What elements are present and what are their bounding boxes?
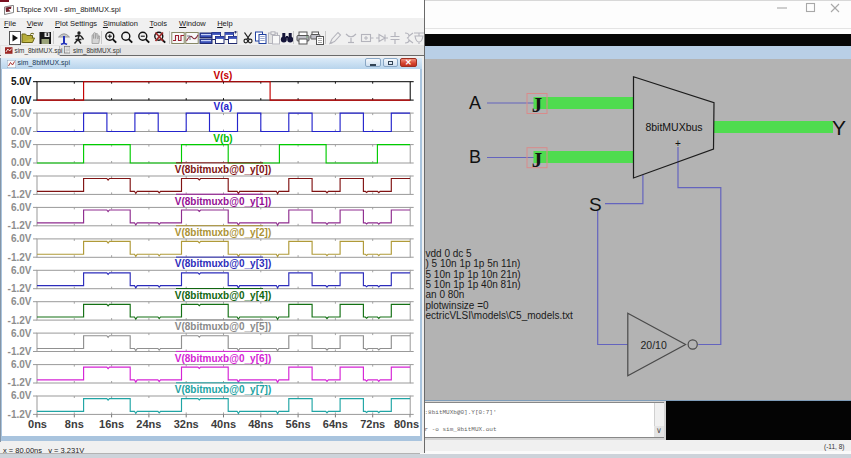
svg-text:V(s): V(s) <box>214 70 233 81</box>
svg-text:V(8bitmuxb@0_y[6]): V(8bitmuxb@0_y[6]) <box>175 353 271 364</box>
svg-text:V(8bitmuxb@0_y[2]): V(8bitmuxb@0_y[2]) <box>175 227 271 238</box>
svg-text:5 10n 1p 1p 10n 21n): 5 10n 1p 1p 10n 21n) <box>426 269 521 280</box>
svg-text:plotwinsize =0: plotwinsize =0 <box>426 300 490 311</box>
svg-text:20/10: 20/10 <box>641 339 667 351</box>
svg-text:0.0V: 0.0V <box>11 126 32 137</box>
svg-text:J: J <box>532 93 543 117</box>
svg-text:-1.2V: -1.2V <box>8 315 32 326</box>
svg-text:6.0V: 6.0V <box>11 390 32 401</box>
svg-text:V(8bitmuxb@0_y[1]): V(8bitmuxb@0_y[1]) <box>175 196 271 207</box>
svg-text:5 10n 1p 1p 40n 81n): 5 10n 1p 1p 40n 81n) <box>426 279 521 290</box>
svg-text:-1.2V: -1.2V <box>8 283 32 294</box>
svg-text:40ns: 40ns <box>211 418 236 430</box>
svg-text:S: S <box>589 194 602 215</box>
svg-text:V(8bitmuxb@0_y[7]): V(8bitmuxb@0_y[7]) <box>175 384 271 395</box>
svg-text:24ns: 24ns <box>136 418 161 430</box>
svg-text:-1.2V: -1.2V <box>8 346 32 357</box>
svg-text:64ns: 64ns <box>323 418 348 430</box>
svg-text:-1.2V: -1.2V <box>8 220 32 231</box>
svg-text:8ns: 8ns <box>65 418 84 430</box>
svg-text:56ns: 56ns <box>286 418 311 430</box>
svg-text:6.0V: 6.0V <box>11 170 32 181</box>
svg-text:6.0V: 6.0V <box>11 359 32 370</box>
svg-text:5.0V: 5.0V <box>11 76 32 87</box>
svg-text:vdd 0 dc 5: vdd 0 dc 5 <box>426 248 473 259</box>
svg-text:V(b): V(b) <box>213 133 232 144</box>
svg-text:V(8bitmuxb@0_y[3]): V(8bitmuxb@0_y[3]) <box>175 258 271 269</box>
svg-text:-1.2V: -1.2V <box>8 377 32 388</box>
svg-text:A: A <box>469 93 481 113</box>
svg-text:V(8bitmuxb@0_y[5]): V(8bitmuxb@0_y[5]) <box>175 321 271 332</box>
svg-text:-1.2V: -1.2V <box>8 252 32 263</box>
svg-text:32ns: 32ns <box>174 418 199 430</box>
svg-text:V(8bitmuxb@0_y[0]): V(8bitmuxb@0_y[0]) <box>175 164 271 175</box>
svg-text:6.0V: 6.0V <box>11 296 32 307</box>
svg-text:6.0V: 6.0V <box>11 265 32 276</box>
svg-text:5.0V: 5.0V <box>11 139 32 150</box>
svg-text:Y: Y <box>832 116 846 139</box>
svg-text:) 5 10n 1p 1p 5n 11n): ) 5 10n 1p 1p 5n 11n) <box>426 258 521 269</box>
svg-text:-1.2V: -1.2V <box>8 189 32 200</box>
svg-text:8bitMUXbus: 8bitMUXbus <box>645 121 702 133</box>
svg-text:V(8bitmuxb@0_y[4]): V(8bitmuxb@0_y[4]) <box>175 290 271 301</box>
svg-text:16ns: 16ns <box>99 418 124 430</box>
svg-text:6.0V: 6.0V <box>11 202 32 213</box>
svg-text:80ns: 80ns <box>394 418 419 430</box>
svg-text:6.0V: 6.0V <box>11 233 32 244</box>
svg-text:B: B <box>469 147 481 167</box>
svg-text:J: J <box>532 148 543 172</box>
svg-text:0.0V: 0.0V <box>11 95 32 106</box>
svg-text:ectricVLSI\models\C5_models.tx: ectricVLSI\models\C5_models.txt <box>426 310 574 321</box>
svg-text:48ns: 48ns <box>248 418 273 430</box>
svg-text:an 0 80n: an 0 80n <box>426 289 465 300</box>
svg-text:0ns: 0ns <box>28 418 47 430</box>
svg-text:0.0V: 0.0V <box>11 157 32 168</box>
svg-text:6.0V: 6.0V <box>11 328 32 339</box>
svg-text:72ns: 72ns <box>360 418 385 430</box>
svg-text:5.0V: 5.0V <box>11 108 32 119</box>
svg-text:V(a): V(a) <box>214 101 233 112</box>
svg-text:+: + <box>675 138 681 149</box>
